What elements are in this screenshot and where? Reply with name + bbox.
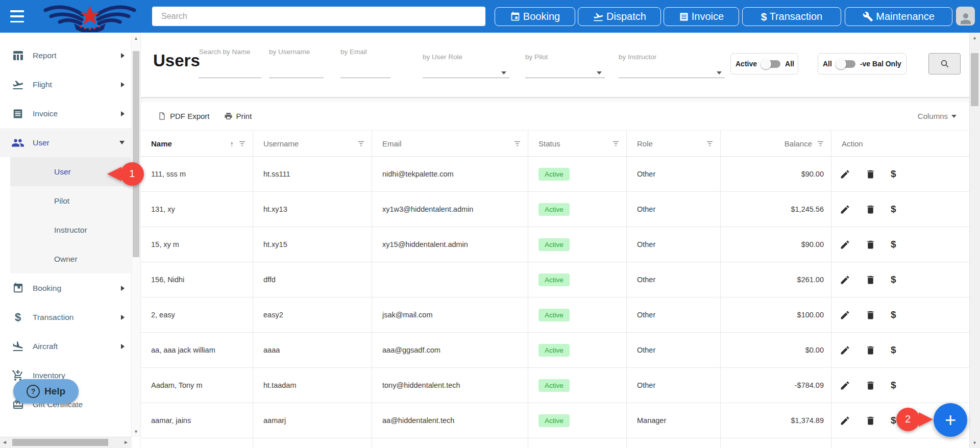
sidebar-item-invoice[interactable]: Invoice [0,99,132,128]
booking-button[interactable]: Booking [495,7,575,26]
flight-takeoff-icon [593,11,604,22]
dropdown-arrow-icon[interactable] [501,71,506,74]
sidebar-horizontal-scrollbar[interactable]: ◄ ► [0,437,132,448]
delete-trash-icon[interactable] [865,345,876,356]
cell-actions: $ [831,192,970,227]
edit-pencil-icon[interactable] [840,345,850,356]
columns-menu-button[interactable]: Columns [918,112,957,120]
balance-dollar-icon[interactable]: $ [891,380,896,391]
sidebar-item-transaction[interactable]: $ Transaction [0,303,132,332]
table-row[interactable]: 111, sss mht.ss111nidhi@tekpalette.comAc… [141,157,970,192]
balance-dollar-icon[interactable]: $ [891,274,896,285]
dropdown-arrow-icon[interactable] [597,71,602,74]
status-toggle-switch[interactable] [762,60,780,68]
input-underline [619,78,725,78]
table-row[interactable]: aamar, jainsaamarjaa@hiddentalent.techAc… [141,403,970,438]
dollar-icon: $ [761,11,767,23]
balance-dollar-icon[interactable]: $ [891,168,896,180]
column-header-name[interactable]: Name ↑ [141,131,253,156]
dispatch-button[interactable]: Dispatch [578,7,661,26]
filter-funnel-icon[interactable] [817,141,824,146]
cell-email: jsak@mail.com [372,297,528,332]
scroll-left-icon[interactable]: ◄ [2,439,7,445]
edit-pencil-icon[interactable] [840,380,850,391]
delete-trash-icon[interactable] [865,204,876,215]
delete-trash-icon[interactable] [865,310,876,320]
filter-email-input[interactable] [340,63,391,79]
filter-funnel-icon[interactable] [239,141,246,146]
edit-pencil-icon[interactable] [840,239,850,250]
filter-username-input[interactable] [269,63,325,79]
scroll-down-icon[interactable]: ▼ [972,440,977,445]
table-row[interactable]: 15, xy mht.xy15xy15@hiddentalent.adminAc… [141,227,970,262]
sidebar-item-report[interactable]: Report [0,41,132,70]
balance-dollar-icon[interactable]: $ [891,344,896,356]
edit-pencil-icon[interactable] [840,169,850,180]
table-row[interactable]: 156, NidhidffdActiveOther$261.00$ [141,262,970,297]
scroll-down-icon[interactable]: ▼ [134,429,138,434]
balance-toggle-group: All -ve Bal Only [818,53,906,74]
table-row[interactable]: 2, easyeasy2jsak@mail.comActiveOther$100… [141,297,970,333]
people-icon [11,136,24,150]
edit-pencil-icon[interactable] [840,275,850,285]
scroll-up-icon[interactable]: ▲ [134,36,138,41]
global-search-input[interactable] [152,7,485,26]
sidebar-vertical-scrollbar[interactable]: ▲ ▼ [131,33,141,437]
column-header-balance[interactable]: Balance [721,131,831,156]
edit-pencil-icon[interactable] [840,204,850,215]
filter-funnel-icon[interactable] [706,141,713,146]
add-user-fab[interactable]: + [934,403,967,437]
delete-trash-icon[interactable] [865,275,876,285]
filter-funnel-icon[interactable] [358,141,364,146]
column-header-email[interactable]: Email [372,131,528,156]
column-header-username[interactable]: Username [253,131,372,156]
balance-dollar-icon[interactable]: $ [891,204,896,215]
help-button[interactable]: ? Help [13,379,79,404]
submenu-item-owner[interactable]: Owner [10,244,132,273]
edit-pencil-icon[interactable] [840,310,850,320]
delete-trash-icon[interactable] [865,239,876,250]
menu-icon[interactable] [10,10,24,22]
table-row[interactable]: 131, xyht.xy13xy1w3@hiddentalent.adminAc… [141,192,970,227]
scrollbar-thumb[interactable] [12,439,108,446]
input-underline [269,78,324,78]
invoice-button[interactable]: Invoice [664,7,739,26]
scroll-right-icon[interactable]: ► [124,439,129,445]
filter-name-input[interactable] [199,63,262,79]
table-row[interactable]: Aadam, Tony mht.taadamtony@hiddentalent.… [141,368,970,403]
user-avatar[interactable] [956,7,975,26]
edit-pencil-icon[interactable] [840,415,850,426]
column-header-status[interactable]: Status [528,131,627,156]
sidebar-item-flight[interactable]: Flight [0,70,132,99]
sort-ascending-icon[interactable]: ↑ [230,139,234,148]
column-header-role[interactable]: Role [627,131,721,156]
delete-trash-icon[interactable] [865,415,876,426]
delete-trash-icon[interactable] [865,169,876,180]
balance-dollar-icon[interactable]: $ [891,239,896,250]
submenu-item-pilot[interactable]: Pilot [10,186,132,215]
print-button[interactable]: Print [224,112,252,120]
balance-dollar-icon[interactable]: $ [891,309,896,320]
filter-funnel-icon[interactable] [612,141,619,146]
pdf-export-button[interactable]: PDF Export [158,112,210,120]
search-button[interactable] [928,53,961,74]
balance-toggle-switch[interactable] [837,60,855,68]
sidebar-item-aircraft[interactable]: Aircraft [0,332,132,361]
scroll-up-icon[interactable]: ▲ [972,35,977,40]
topbar: Booking Dispatch Invoice $ Transaction M… [0,0,980,33]
maintenance-button[interactable]: Maintenance [845,7,952,26]
table-row[interactable]: Active$ [141,438,970,448]
delete-trash-icon[interactable] [865,380,876,391]
sidebar-item-booking[interactable]: Booking [0,273,132,303]
scrollbar-thumb[interactable] [133,51,139,257]
cell-balance: $0.00 [721,333,831,367]
transaction-button[interactable]: $ Transaction [742,7,841,26]
table-row[interactable]: aa, aaa jack williamaaaaaaa@ggsadf.comAc… [141,333,970,368]
submenu-item-instructor[interactable]: Instructor [10,215,132,244]
cell-email [372,262,528,297]
filter-funnel-icon[interactable] [514,141,521,146]
scrollbar-thumb[interactable] [971,53,978,106]
dropdown-arrow-icon[interactable] [717,71,722,74]
main-vertical-scrollbar[interactable]: ▲ ▼ [969,33,980,448]
sidebar-item-user[interactable]: User [0,128,132,157]
